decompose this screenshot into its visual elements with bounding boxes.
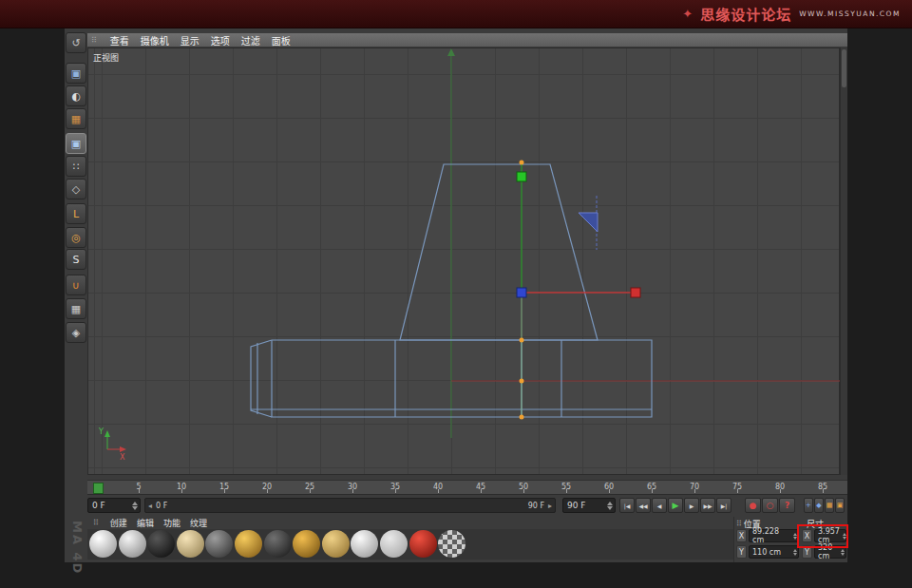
texture-tile-icon: ◈ <box>72 328 80 338</box>
slider-left-arrow-icon[interactable]: ◂ <box>148 502 152 510</box>
keying-options-button[interactable]: ? <box>779 498 795 513</box>
viewport-menu-item-2[interactable]: 摄像机 <box>141 33 169 47</box>
wireframe-bow[interactable] <box>251 340 272 417</box>
current-frame-spinner-icon[interactable] <box>129 502 138 510</box>
quantize-grid-icon: ▦ <box>71 304 81 314</box>
enable-axis-button[interactable]: L <box>66 203 86 224</box>
position-x-spinner-icon[interactable] <box>790 533 797 540</box>
manipulator-y-handle[interactable] <box>517 172 526 181</box>
material-swatch-white-matte[interactable] <box>119 530 146 558</box>
viewport-menu-item-5[interactable]: 过滤 <box>241 33 260 47</box>
scale-lock-button[interactable]: ◆ <box>814 498 824 513</box>
texture-mode-button[interactable]: ◐ <box>66 85 86 106</box>
size-x-value: 3.957 cm <box>818 527 840 544</box>
rotation-lock-button[interactable]: ▦ <box>825 498 834 513</box>
snap-settings-button[interactable]: S <box>66 249 86 270</box>
end-frame-input[interactable]: 90 F <box>562 498 616 513</box>
position-y-input[interactable]: 110 cm <box>749 545 799 559</box>
viewport[interactable]: 正视图 <box>87 47 840 475</box>
gizmo-x-label: X <box>120 453 125 462</box>
end-frame-spinner-icon[interactable] <box>604 502 613 510</box>
model-mode-icon: ▣ <box>71 68 81 79</box>
viewport-menu-item-1[interactable]: 查看 <box>110 33 129 47</box>
workplane-mode-button[interactable]: ▦ <box>66 108 86 129</box>
gizmo-y-label: Y <box>98 427 104 436</box>
texture-tile-button[interactable]: ◈ <box>66 322 86 343</box>
points-mode-button[interactable]: ∷ <box>66 156 86 177</box>
size-x-spinner-icon[interactable] <box>840 533 846 540</box>
coord-system-button[interactable]: ▣ <box>835 498 845 513</box>
material-swatch-beige[interactable] <box>177 530 204 558</box>
material-swatch-white-glossy[interactable] <box>89 530 117 558</box>
position-y-spinner-icon[interactable] <box>790 549 797 556</box>
size-x-input[interactable]: 3.957 cm <box>814 529 846 542</box>
record-keyframe-button[interactable]: ● <box>745 498 761 513</box>
viewport-vscrollbar[interactable] <box>840 47 847 475</box>
material-swatch-tan[interactable] <box>322 530 350 558</box>
screenshot-root: ✦ 思缘设计论坛 WWW.MISSYUAN.COM ↺▣◐▦▣∷◇L◎S∪▦◈ … <box>0 0 912 588</box>
material-swatch-charcoal[interactable] <box>264 530 292 558</box>
materials-handle-icon[interactable]: ⠿ <box>93 519 99 527</box>
material-swatch-gold[interactable] <box>235 530 262 558</box>
materials-menu-item-2[interactable]: 编辑 <box>137 517 154 529</box>
autokey-toggle-button[interactable]: ○ <box>762 498 778 513</box>
edges-mode-icon: ◇ <box>72 184 80 195</box>
viewport-solo-icon: ◎ <box>71 233 81 243</box>
position-x-input[interactable]: 89.228 cm <box>749 529 799 542</box>
materials-menu-item-3[interactable]: 功能 <box>163 517 180 529</box>
prev-key-button[interactable]: ◀◀ <box>636 498 651 513</box>
material-swatch-dark-gray[interactable] <box>205 530 233 558</box>
menubar-handle-icon[interactable]: ⠿ <box>91 36 97 45</box>
wireframe-sail[interactable] <box>400 164 598 340</box>
undo-tool-button[interactable]: ↺ <box>66 32 86 53</box>
object-mode-button[interactable]: ▣ <box>66 133 86 154</box>
current-frame-marker[interactable] <box>93 483 104 494</box>
selected-point-4[interactable] <box>520 415 524 420</box>
material-swatch-light-gray[interactable] <box>380 530 408 558</box>
viewport-menu-item-3[interactable]: 显示 <box>180 33 200 47</box>
position-lock-button[interactable]: + <box>804 498 813 513</box>
materials-menu-item-1[interactable]: 创建 <box>110 517 127 529</box>
prev-frame-button[interactable]: ◀ <box>652 498 667 513</box>
next-frame-button[interactable]: ▶ <box>684 498 699 513</box>
selected-point-1[interactable] <box>520 161 524 165</box>
range-start-label: 0 F <box>156 502 167 510</box>
current-frame-value: 0 F <box>92 501 105 510</box>
manipulator-x-handle[interactable] <box>631 288 640 297</box>
material-swatch-amber[interactable] <box>293 530 320 558</box>
size-y-input[interactable]: 320 cm <box>814 545 846 559</box>
material-swatch-silver[interactable] <box>351 530 378 558</box>
record-controls: ●○? <box>745 498 795 513</box>
timeline-ruler[interactable]: 510152025303540455055606570758085 <box>87 480 847 495</box>
magnet-snap-button[interactable]: ∪ <box>66 275 86 295</box>
viewport-solo-button[interactable]: ◎ <box>66 227 86 248</box>
timeline-range-slider[interactable]: ◂ 0 F 90 F ▸ <box>144 498 556 513</box>
size-y-spinner-icon[interactable] <box>838 549 845 556</box>
quantize-grid-button[interactable]: ▦ <box>66 298 86 319</box>
slider-right-arrow-icon[interactable]: ▸ <box>548 502 552 510</box>
material-swatch-black[interactable] <box>147 530 175 558</box>
materials-menu-item-4[interactable]: 纹理 <box>190 517 207 529</box>
viewport-menu-item-6[interactable]: 面板 <box>272 33 291 47</box>
wireframe-hull[interactable] <box>272 340 652 417</box>
ruler-tick-mark <box>780 489 781 493</box>
material-swatch-red[interactable] <box>409 530 437 558</box>
selected-point-2[interactable] <box>520 338 524 343</box>
selected-point-3[interactable] <box>520 379 524 384</box>
gizmo-y-arrow-icon <box>104 430 110 437</box>
position-y-value: 110 cm <box>752 548 781 557</box>
materials-menubar-items: 创建编辑功能纹理 <box>110 517 207 529</box>
manipulator-origin-handle[interactable] <box>517 288 526 297</box>
next-key-button[interactable]: ▶▶ <box>700 498 715 513</box>
goto-start-button[interactable]: |◀ <box>619 498 635 513</box>
model-mode-button[interactable]: ▣ <box>66 63 86 84</box>
material-swatch-checker[interactable] <box>438 530 466 558</box>
play-button[interactable]: ▶ <box>668 498 683 513</box>
current-frame-input[interactable]: 0 F <box>87 498 141 513</box>
goto-end-button[interactable]: ▶| <box>716 498 732 513</box>
viewport-menu-item-4[interactable]: 选项 <box>211 33 230 47</box>
coords-handle-icon[interactable]: ⠿ <box>736 520 742 528</box>
edges-mode-button[interactable]: ◇ <box>66 179 86 199</box>
playback-controls: |◀◀◀◀▶▶▶▶▶| <box>619 498 732 513</box>
viewport-vscrollbar-thumb[interactable] <box>842 49 846 87</box>
